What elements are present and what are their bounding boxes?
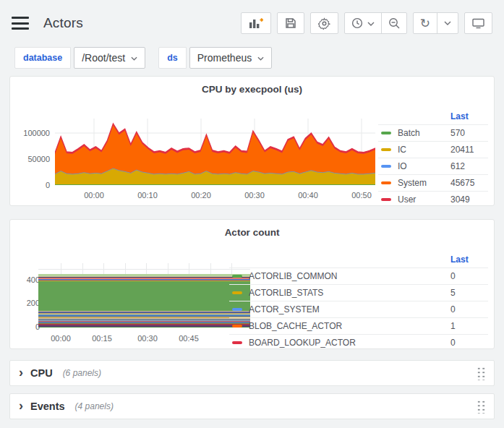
series-name[interactable]: BOARD_LOOKUP_ACTOR (249, 338, 450, 348)
row-title: CPU (30, 367, 53, 379)
series-name[interactable]: Batch (398, 128, 450, 138)
refresh-icon: ↻ (420, 17, 430, 30)
series-name[interactable]: ACTORLIB_STATS (249, 288, 450, 298)
y-tick: 0 (10, 181, 50, 189)
x-tick: 00:15 (92, 334, 112, 343)
series-swatch (381, 181, 391, 184)
chevron-down-icon (257, 56, 264, 61)
y-tick: 0 (0, 322, 40, 331)
series-name[interactable]: ACTORLIB_COMMON (249, 271, 450, 281)
x-tick: 00:10 (137, 191, 158, 200)
x-tick: 00:00 (84, 191, 104, 200)
series-last: 45675 (450, 178, 488, 188)
grafana-dashboard: Actors (0, 0, 504, 428)
menu-icon[interactable] (12, 17, 29, 30)
chevron-down-icon (367, 22, 375, 26)
clock-icon (351, 17, 363, 29)
zoom-out-icon (388, 17, 400, 29)
series-swatch (232, 308, 242, 311)
x-tick: 00:00 (51, 334, 71, 343)
chevron-down-icon (131, 56, 137, 61)
y-tick: 50000 (10, 155, 50, 163)
series-last: 3049 (450, 194, 488, 205)
x-tick: 00:40 (298, 191, 318, 200)
variable-ds: ds Prometheus (158, 47, 272, 69)
dashboard-variables: database /Root/test ds Prometheus (0, 46, 504, 75)
series-last: 0 (450, 304, 488, 314)
refresh-controls: ↻ (413, 12, 458, 34)
variable-database-current: /Root/test (82, 52, 125, 64)
variable-database-value[interactable]: /Root/test (74, 47, 145, 69)
x-tick: 00:30 (244, 191, 265, 200)
series-swatch (232, 291, 242, 294)
panel-title[interactable]: CPU by execpool (us) (10, 84, 494, 95)
legend-header-last[interactable]: Last (450, 254, 488, 265)
series-swatch (232, 325, 242, 328)
legend-row: IC20411 (378, 141, 488, 158)
tv-icon (472, 18, 484, 29)
dashboard-title: Actors (43, 15, 83, 31)
y-tick: 100000 (10, 129, 50, 137)
cycle-view-mode-button[interactable] (464, 12, 492, 34)
series-swatch (232, 341, 242, 344)
series-last: 1 (450, 321, 488, 331)
variable-ds-label[interactable]: ds (158, 47, 187, 69)
x-tick: 00:45 (179, 334, 199, 343)
refresh-button[interactable]: ↻ (414, 13, 437, 33)
panel-cpu-by-execpool: CPU by execpool (us) 100000 50000 0 00:0… (9, 76, 495, 206)
series-swatch (381, 148, 391, 151)
dashboard-row-cpu[interactable]: › CPU (6 panels) (9, 360, 495, 386)
row-panel-count: (6 panels) (63, 368, 101, 378)
series-last: 570 (450, 128, 488, 138)
variable-database: database /Root/test (14, 47, 145, 69)
save-dashboard-button[interactable] (277, 12, 304, 34)
row-panel-count: (4 panels) (75, 401, 114, 411)
chevron-right-icon: › (19, 399, 23, 412)
chevron-down-icon (444, 21, 451, 25)
legend-row: System45675 (378, 174, 488, 191)
save-icon (285, 17, 296, 29)
zoom-out-button[interactable] (381, 13, 406, 33)
drag-handle-icon[interactable] (476, 366, 485, 380)
add-panel-button[interactable] (241, 12, 271, 34)
drag-handle-icon[interactable] (476, 399, 485, 414)
panel-title[interactable]: Actor count (10, 227, 494, 238)
refresh-interval-button[interactable] (437, 13, 458, 33)
chevron-right-icon: › (19, 366, 23, 379)
x-tick: 00:50 (351, 191, 372, 200)
legend-header-last[interactable]: Last (450, 111, 488, 121)
y-tick: 400 (0, 275, 40, 284)
series-last: 0 (450, 271, 488, 281)
time-picker-button[interactable] (345, 13, 381, 33)
series-name[interactable]: IC (398, 145, 450, 155)
legend-row: ACTORLIB_COMMON0 (229, 268, 488, 284)
variable-ds-current: Prometheus (197, 52, 252, 64)
actor-graph-plot[interactable]: 00:00 00:15 00:30 00:45 (38, 263, 250, 328)
cpu-graph-plot[interactable]: 00:00 00:10 00:20 00:30 00:40 00:50 (55, 119, 375, 185)
variable-ds-value[interactable]: Prometheus (189, 47, 272, 69)
series-last: 20411 (450, 145, 488, 155)
legend-row: ACTOR_SYSTEM0 (229, 301, 488, 317)
series-name[interactable]: User (398, 194, 450, 205)
series-name[interactable]: ACTOR_SYSTEM (249, 304, 450, 314)
series-name[interactable]: System (398, 178, 450, 188)
settings-button[interactable] (310, 12, 338, 34)
toolbar: ↻ (241, 12, 492, 34)
row-title: Events (30, 401, 65, 412)
series-last: 0 (450, 338, 488, 348)
series-name[interactable]: IO (398, 161, 450, 171)
legend-row: BLOB_CACHE_ACTOR1 (229, 317, 488, 334)
x-tick: 00:20 (191, 191, 211, 200)
series-swatch (381, 132, 391, 134)
y-tick: 200 (0, 299, 40, 307)
cpu-legend: Last Batch570 IC20411 IO612 System45675 … (378, 108, 488, 207)
dashboard-row-events[interactable]: › Events (4 panels) (9, 393, 495, 419)
panel-actor-count: Actor count 400 200 0 00:00 00:15 00:30 … (9, 219, 495, 349)
variable-database-label[interactable]: database (14, 47, 71, 69)
series-name[interactable]: BLOB_CACHE_ACTOR (249, 321, 450, 331)
series-last: 612 (450, 161, 488, 171)
series-swatch (381, 165, 391, 168)
actor-legend: Last ACTORLIB_COMMON0 ACTORLIB_STATS5 AC… (229, 252, 488, 351)
legend-row: BOARD_LOOKUP_ACTOR0 (229, 334, 488, 351)
stacked-area (38, 274, 250, 328)
